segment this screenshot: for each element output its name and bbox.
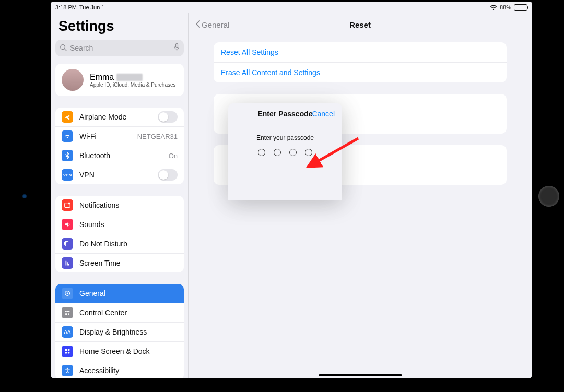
profile-name: Emma [90,73,114,81]
sidebar-item-label: VPN [79,171,95,179]
sidebar-item-general[interactable]: General [55,284,184,303]
screentime-icon [62,257,73,269]
passcode-prompt: Enter your passcode [256,134,314,141]
home-indicator[interactable] [319,374,402,376]
status-date: Tue Jun 1 [79,4,105,10]
svg-rect-9 [65,313,67,315]
front-camera [22,194,27,198]
dnd-icon [62,238,73,250]
bluetooth-icon [62,150,73,161]
svg-rect-13 [65,352,67,354]
page-title: Settings [58,18,181,34]
dictation-icon[interactable] [174,43,180,53]
passcode-dot [274,149,281,156]
home-button[interactable] [539,186,559,206]
sidebar-item-label: Control Center [79,308,127,317]
sidebar-item-homescreen[interactable]: Home Screen & Dock [55,341,184,361]
sidebar-item-screentime[interactable]: Screen Time [55,253,184,272]
airplane-toggle[interactable] [158,111,178,123]
svg-point-7 [65,311,67,312]
bluetooth-value: On [169,152,178,160]
sidebar-item-wifi[interactable]: Wi-Fi NETGEAR31 [55,126,184,146]
svg-rect-12 [68,349,70,351]
svg-point-6 [67,293,68,294]
passcode-field[interactable] [258,149,312,156]
vpn-icon: VPN [62,169,73,181]
cancel-button[interactable]: Cancel [312,110,335,118]
svg-point-10 [68,313,69,315]
sidebar-item-label: Bluetooth [79,151,110,160]
wifi-value: NETGEAR31 [137,133,178,140]
sidebar-item-bluetooth[interactable]: Bluetooth On [55,146,184,165]
battery-icon [514,4,527,11]
sidebar-item-display[interactable]: AA Display & Brightness [55,322,184,341]
sidebar-item-label: Display & Brightness [79,328,147,336]
profile-subtitle: Apple ID, iCloud, Media & Purchases [90,82,176,88]
status-time: 3:18 PM [55,4,77,10]
passcode-dot [305,149,312,156]
apple-id-row[interactable]: Emma Apple ID, iCloud, Media & Purchases [55,64,184,96]
sidebar-item-airplane[interactable]: Airplane Mode [55,108,184,126]
svg-rect-2 [176,44,178,48]
accessibility-icon [62,365,73,376]
svg-rect-8 [67,311,69,312]
search-icon [60,44,67,53]
battery-percent: 88% [500,4,511,10]
sidebar-item-sounds[interactable]: Sounds [55,215,184,234]
svg-point-4 [68,203,70,205]
sidebar-item-vpn[interactable]: VPN VPN [55,165,184,184]
status-bar: 3:18 PM Tue Jun 1 88% [51,2,532,13]
passcode-dot [289,149,297,156]
notifications-icon [62,199,73,211]
avatar [62,69,84,91]
sidebar-item-label: Screen Time [79,259,121,267]
controlcenter-icon [62,307,73,318]
sidebar-item-label: Do Not Disturb [79,240,127,248]
sidebar-item-label: Home Screen & Dock [79,347,150,355]
sidebar-item-label: General [79,289,105,298]
search-input[interactable]: Search [55,40,184,56]
general-icon [62,288,73,299]
sidebar-item-label: Accessibility [79,366,119,375]
settings-sidebar: Settings Search Emma [51,13,189,378]
detail-pane: General Reset Reset All Settings Erase A… [189,13,532,378]
sidebar-item-label: Notifications [79,201,119,209]
passcode-dot [258,149,265,156]
sidebar-item-notifications[interactable]: Notifications [55,196,184,215]
display-icon: AA [62,326,73,338]
svg-rect-11 [65,349,67,351]
sounds-icon [62,219,73,230]
sidebar-item-label: Airplane Mode [79,113,126,121]
sidebar-item-label: Wi-Fi [79,132,97,140]
homescreen-icon [62,346,73,357]
sidebar-item-accessibility[interactable]: Accessibility [55,361,184,378]
profile-surname-redacted [116,74,143,81]
sidebar-item-control-center[interactable]: Control Center [55,303,184,322]
sidebar-item-dnd[interactable]: Do Not Disturb [55,234,184,253]
passcode-sheet: Enter Passcode Cancel Enter your passcod… [228,103,342,200]
wifi-status-icon [490,5,497,10]
svg-rect-14 [68,352,70,354]
svg-line-1 [65,49,67,51]
vpn-toggle[interactable] [158,169,178,181]
sidebar-item-label: Sounds [79,220,104,229]
svg-point-15 [67,368,68,370]
airplane-icon [62,111,73,123]
search-placeholder: Search [70,44,93,52]
wifi-icon [62,130,73,142]
